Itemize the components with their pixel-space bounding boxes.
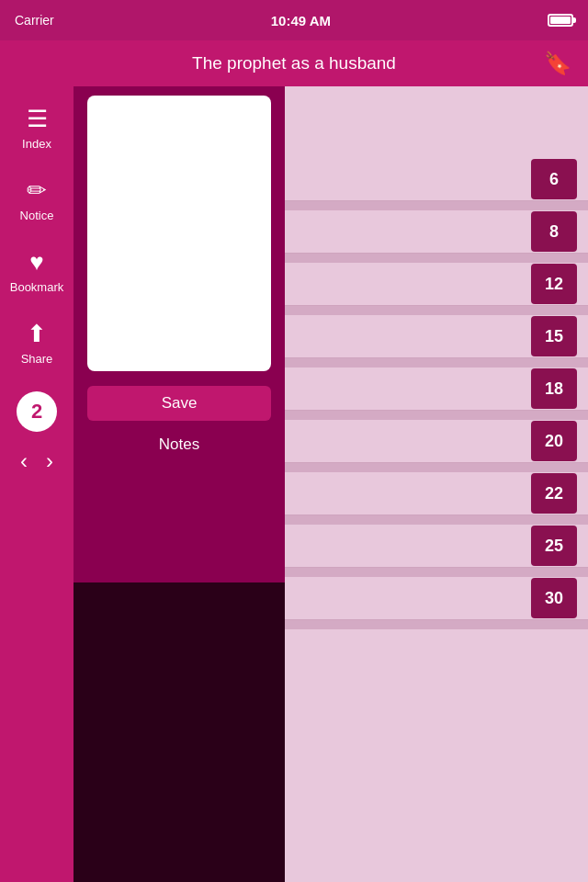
toc-row-page: 6	[531, 159, 577, 199]
bookmark-header-icon[interactable]: 🔖	[544, 51, 571, 76]
sidebar-index-label: Index	[22, 137, 51, 151]
page-number: 2	[17, 391, 57, 432]
toc-row-page: 22	[531, 473, 577, 514]
carrier-label: Carrier	[15, 13, 54, 28]
battery-icon	[548, 14, 573, 27]
sidebar-item-index[interactable]: ☰ Index	[0, 96, 74, 160]
right-panel: ontents reating his Wives?6d Treating th…	[74, 86, 588, 882]
toc-row-page: 12	[531, 264, 577, 304]
capture-box	[87, 96, 271, 371]
toc-row-page: 25	[531, 526, 577, 566]
sidebar-share-label: Share	[21, 352, 53, 366]
toc-row-page: 30	[531, 578, 577, 618]
save-button[interactable]: Save	[87, 386, 271, 421]
toc-row-page: 8	[531, 211, 577, 252]
toc-row-page: 18	[531, 368, 577, 409]
toc-row-page: 15	[531, 316, 577, 356]
next-arrow[interactable]: ›	[46, 448, 53, 474]
header: The prophet as a husband 🔖	[0, 40, 588, 86]
sidebar-notice-label: Notice	[20, 209, 54, 222]
time-label: 10:49 AM	[271, 13, 331, 28]
sidebar-item-bookmark[interactable]: ♥ Bookmark	[0, 239, 74, 303]
heart-icon: ♥	[29, 248, 43, 277]
sidebar-bookmark-label: Bookmark	[10, 280, 64, 294]
main-layout: ☰ Index ✏ Notice ♥ Bookmark ⬆ Share 2 ‹ …	[0, 86, 588, 882]
status-bar: Carrier 10:49 AM	[0, 0, 588, 40]
nav-arrows: ‹ ›	[20, 448, 53, 474]
sidebar: ☰ Index ✏ Notice ♥ Bookmark ⬆ Share 2 ‹ …	[0, 86, 74, 882]
sidebar-item-share[interactable]: ⬆ Share	[0, 311, 74, 375]
index-icon: ☰	[27, 105, 48, 133]
prev-arrow[interactable]: ‹	[20, 448, 28, 474]
notes-label: Notes	[159, 435, 199, 454]
page-title: The prophet as a husband	[192, 53, 396, 74]
overlay-panel: Save Notes	[74, 86, 285, 582]
notes-dark-area	[74, 582, 285, 882]
notice-icon: ✏	[27, 176, 47, 205]
share-icon: ⬆	[27, 320, 47, 348]
toc-row-page: 20	[531, 421, 577, 461]
sidebar-item-notice[interactable]: ✏ Notice	[0, 167, 74, 232]
